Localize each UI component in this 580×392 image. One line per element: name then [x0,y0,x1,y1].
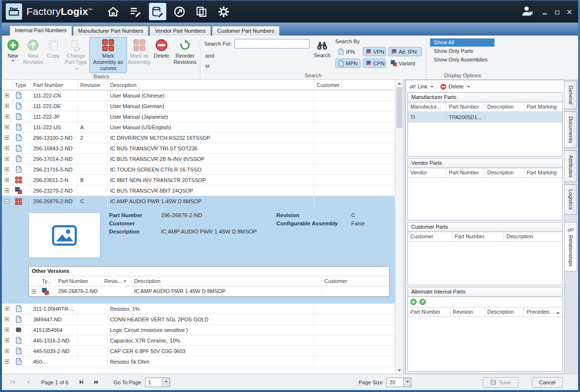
tab-manufacturer-part-numbers[interactable]: Manufacturer Part Numbers [73,26,149,36]
table-row[interactable]: 111-222-DEUser Manual (German) [2,101,395,111]
column-header-description[interactable]: Description [132,276,322,286]
new-button[interactable]: New [4,37,22,73]
expand-icon[interactable] [5,188,9,193]
table-row[interactable]: 296-13100-2-ND2IC DRVR/RCVR MLTCH RS232 … [2,133,395,143]
expand-icon[interactable] [5,328,9,332]
tab-internal-part-numbers[interactable]: Internal Part Numbers [10,25,72,36]
expand-icon[interactable] [5,178,9,182]
column-header-revision[interactable]: Revision [78,80,108,90]
save-button[interactable]: Save [483,377,518,388]
chip-ipn[interactable]: IPN [335,47,360,56]
reorder-revisions-button[interactable]: Reorder Revisions [171,37,199,73]
search-input[interactable] [234,39,309,49]
vertical-scrollbar[interactable] [395,80,403,374]
copy-button[interactable]: Copy [44,37,62,73]
cancel-button[interactable]: Cancel [532,377,563,388]
previous-page-button[interactable] [22,378,34,387]
column-header-part-number[interactable]: Part Number [56,276,102,286]
collapse-icon[interactable] [5,199,9,204]
scroll-up-icon[interactable] [395,80,403,87]
parts-nav-icon[interactable] [149,3,166,20]
tab-relationships[interactable]: Relationships [565,222,577,271]
column-header-revision[interactable]: Revision [450,307,485,317]
table-row[interactable]: 3M9447-NDCONN HEADER VERT SGL 2POS GOLD [2,314,395,325]
column-header-description[interactable]: Description [485,102,524,111]
table-row[interactable]: 111-222-CNUser Manual (Chinese) [2,90,395,101]
compass-nav-icon[interactable] [171,3,188,20]
page-size-select[interactable]: 20 [386,378,411,387]
column-header-precedence[interactable]: Preceden... [524,307,562,317]
filter-dropdown-icon[interactable] [123,281,126,283]
table-row[interactable]: 296-21716-5-NDIC TOUCH SCREEN CTRLR 16-T… [2,164,395,175]
maximize-button[interactable] [554,9,560,14]
table-row[interactable]: 296-16843-2-NDIC BUS TRANSCVR TRI-ST SOT… [2,143,395,154]
home-nav-icon[interactable] [105,3,122,20]
minimize-button[interactable] [542,9,547,14]
column-header-type[interactable]: Ty... [39,276,56,286]
tab-attributes[interactable]: Attributes [565,150,577,182]
change-part-type-button[interactable]: Change Part Type [62,37,89,73]
expand-icon[interactable] [5,349,9,353]
scroll-down-icon[interactable] [395,367,403,374]
tab-general[interactable]: General [565,81,577,109]
chip-variant[interactable]: Variant [388,59,422,68]
column-header-part-number[interactable]: Part Number [31,80,78,90]
chip-alt-ipn[interactable]: Alt. IPN [388,47,422,56]
column-header-description[interactable]: Description [485,307,524,317]
search-button[interactable]: Search [313,37,333,69]
link-button[interactable]: Link [409,84,433,90]
settings-nav-icon[interactable] [215,3,233,20]
table-row[interactable]: 4151354964Logic Circuit (moisture sensit… [2,325,395,335]
manufacturer-part-row[interactable]: TI TPA2005D1... [408,112,562,122]
table-row[interactable]: 296-17014-2-NDIC BUS TRANSCVR 2B N-INV 8… [2,154,395,164]
show-only-assemblies-option[interactable]: Show Only Assemblies [430,56,494,64]
table-row[interactable]: 311-1.00HRTR-...Resistor, 1% [2,304,395,314]
column-header-customer[interactable]: Customer [314,80,395,90]
table-row[interactable]: 450-...Resistor 5k Ohm [2,356,395,367]
column-header-description[interactable]: Description [504,232,562,241]
tab-documents[interactable]: Documents [565,111,577,148]
tab-logistics[interactable]: Logistics [565,184,577,215]
user-icon[interactable] [521,5,534,19]
column-header-manufacturer[interactable]: Manufactur... [408,102,446,111]
mark-assembly-current-button[interactable]: Mark Assembly as current [89,37,127,73]
column-header-customer[interactable]: Customer [322,276,389,286]
column-header-part-number[interactable]: Part Number [452,232,504,241]
column-header-revision[interactable]: Revis... [102,276,132,286]
first-page-button[interactable] [7,378,18,387]
tab-vendor-part-numbers[interactable]: Vendor Part Numbers [149,26,211,36]
table-row[interactable]: 445-1316-2-NDCapacitor, X7R Ceramic, 10% [2,335,395,346]
go-to-page-select[interactable]: 1 [145,378,170,387]
expand-icon[interactable] [5,157,9,161]
table-row[interactable]: 296-23279-2-NDIC BUS TRANSCVR 8BIT 24QSO… [2,185,395,196]
table-row-selected[interactable]: 296-26876-2-NDCIC AMP AUDIO PWR 1.45W D … [2,196,395,207]
tab-customer-part-numbers[interactable]: Customer Part Numbers [212,26,280,36]
table-row[interactable]: 296-23011-2-NBIC 8BIT NON-INV TRANSLTR 2… [2,175,395,185]
chip-vpn[interactable]: VPN [363,47,386,56]
column-header-customer[interactable]: Customer [408,232,452,241]
mark-as-assembly-button[interactable]: Mark as Assembly [127,37,152,73]
expand-icon[interactable] [5,135,9,140]
expand-icon[interactable] [5,359,9,364]
new-revision-button[interactable]: New Revision [22,37,44,73]
column-header-part-number[interactable]: Part Number [408,307,450,317]
expand-icon[interactable] [5,338,9,343]
expand-icon[interactable] [5,317,9,321]
other-version-row[interactable]: 296-26876-2-ND IC AMP AUDIO PWR 1.45W D … [29,286,389,296]
column-header-description[interactable]: Description [108,80,314,90]
delete-link-button[interactable]: Delete [440,84,470,90]
table-row[interactable]: 111-222-JPUser Manual (Japanese) [2,111,395,122]
expand-icon[interactable] [5,114,9,119]
column-header-description[interactable]: Description [485,168,524,177]
expand-icon[interactable] [5,167,9,172]
expand-icon[interactable] [32,289,36,294]
chip-mpn[interactable]: MPN [335,59,360,68]
show-only-parts-option[interactable]: Show Only Parts [430,47,494,55]
table-row[interactable]: 111-222-USAUser Manual (US/English) [2,122,395,133]
column-header-part-number[interactable]: Part Number [446,168,485,177]
expand-icon[interactable] [5,125,9,129]
column-header-part-marking[interactable]: Part Marking [524,102,562,111]
scrollbar-thumb[interactable] [396,87,402,128]
expand-icon[interactable] [5,306,9,311]
chip-cpn[interactable]: CPN [363,59,386,68]
